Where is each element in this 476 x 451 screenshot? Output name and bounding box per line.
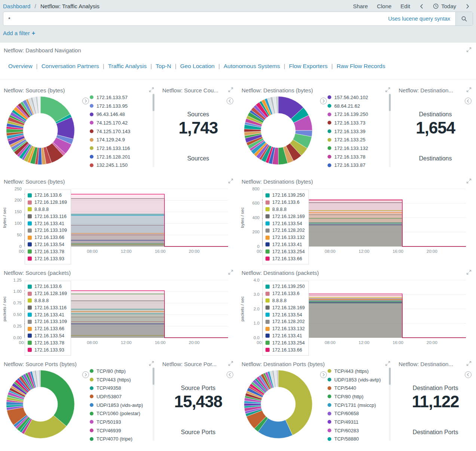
- donut-chart[interactable]: [242, 95, 314, 166]
- scrollbar-thumb[interactable]: [389, 94, 391, 111]
- legend-item[interactable]: 172.16.133.66: [265, 255, 305, 262]
- legend-item[interactable]: 74.125.170.42: [90, 119, 147, 127]
- expand-panel-icon[interactable]: [385, 87, 390, 94]
- legend-item[interactable]: TCP/60283: [328, 426, 384, 435]
- add-filter-plus-icon[interactable]: +: [32, 30, 35, 36]
- donut-chart[interactable]: [4, 368, 76, 440]
- legend-item[interactable]: 172.16.128.202: [265, 227, 305, 234]
- legend-toggle-button[interactable]: [82, 98, 89, 104]
- legend-item[interactable]: TCP/4070 (tripe): [90, 435, 147, 444]
- legend-item[interactable]: 172.16.133.54: [28, 332, 67, 340]
- scrollbar-thumb[interactable]: [153, 368, 154, 385]
- legend-item[interactable]: 172.16.133.116: [90, 144, 147, 153]
- search-input[interactable]: [3, 16, 388, 22]
- legend-item[interactable]: 172.16.133.39: [328, 127, 384, 136]
- legend-item[interactable]: TCP/80 (http): [328, 392, 384, 401]
- legend-item[interactable]: 172.16.133.116: [28, 213, 67, 220]
- donut-chart[interactable]: [4, 95, 76, 166]
- legend-item[interactable]: 172.16.139.250: [328, 110, 384, 119]
- legend-item[interactable]: TCP/1060 (polestar): [90, 409, 147, 418]
- expand-panel-icon[interactable]: [149, 361, 154, 368]
- add-filter-link[interactable]: Add a filter: [3, 30, 30, 36]
- legend-item[interactable]: 172.16.133.66: [28, 234, 67, 241]
- legend-item[interactable]: 172.16.133.41: [265, 332, 305, 340]
- legend-item[interactable]: 172.16.133.66: [28, 325, 67, 332]
- dashboard-nav-link[interactable]: Autonomous Systems: [224, 63, 280, 69]
- legend-item[interactable]: 172.16.133.78: [328, 153, 384, 161]
- legend-item[interactable]: 172.16.133.73: [328, 119, 384, 127]
- legend-item[interactable]: 172.16.133.116: [28, 304, 67, 311]
- legend-item[interactable]: TCP/58880: [328, 435, 384, 444]
- legend-item[interactable]: TCP/443 (https): [328, 367, 384, 375]
- expand-panel-icon[interactable]: [228, 270, 233, 276]
- dashboard-nav-link[interactable]: Geo Location: [180, 63, 215, 69]
- legend-toggle-button[interactable]: [227, 98, 233, 104]
- legend-item[interactable]: 172.16.133.254: [265, 339, 305, 346]
- legend-toggle-button[interactable]: [465, 371, 472, 378]
- legend-item[interactable]: 172.16.133.78: [28, 339, 67, 346]
- legend-item[interactable]: TCP/60658: [328, 409, 384, 418]
- legend-item[interactable]: 8.8.8.8: [265, 206, 305, 213]
- expand-panel-icon[interactable]: [466, 270, 472, 276]
- time-forward-button[interactable]: [465, 4, 470, 9]
- expand-panel-icon[interactable]: [228, 361, 233, 368]
- legend-item[interactable]: TCP/49358: [90, 384, 147, 392]
- legend-item[interactable]: TCP/443 (https): [90, 375, 147, 384]
- dashboard-nav-link[interactable]: Traffic Analysis: [108, 63, 147, 69]
- legend-item[interactable]: 172.16.133.57: [90, 93, 147, 102]
- expand-panel-icon[interactable]: [228, 87, 233, 94]
- legend-item[interactable]: 172.16.133.54: [265, 311, 305, 318]
- legend-toggle-button[interactable]: [227, 371, 233, 378]
- legend-item[interactable]: 172.16.133.109: [28, 227, 67, 234]
- legend-item[interactable]: 172.16.133.54: [265, 220, 305, 227]
- legend-item[interactable]: 172.16.128.169: [28, 290, 67, 297]
- legend-item[interactable]: 172.16.133.132: [328, 144, 384, 153]
- legend-item[interactable]: TCP/5440: [328, 384, 384, 392]
- legend-item[interactable]: 172.16.133.109: [28, 318, 67, 325]
- lucene-syntax-link[interactable]: Uses lucene query syntax: [388, 16, 455, 22]
- legend-scrollbar[interactable]: [153, 94, 154, 167]
- expand-panel-icon[interactable]: [466, 87, 472, 94]
- legend-item[interactable]: 172.16.133.41: [265, 241, 305, 248]
- edit-button[interactable]: Edit: [400, 3, 410, 9]
- legend-item[interactable]: 172.16.133.6: [265, 199, 305, 206]
- legend-item[interactable]: 172.16.128.169: [265, 213, 305, 220]
- time-picker[interactable]: Today: [433, 3, 456, 9]
- legend-item[interactable]: 172.16.128.169: [28, 199, 67, 206]
- legend-item[interactable]: TCP/1731 (msiccp): [328, 401, 384, 409]
- legend-scrollbar[interactable]: [389, 94, 391, 167]
- dashboard-nav-link[interactable]: Flow Exporters: [289, 63, 328, 69]
- expand-panel-icon[interactable]: [466, 361, 472, 368]
- expand-panel-icon[interactable]: [385, 361, 390, 368]
- legend-item[interactable]: 172.16.133.54: [28, 241, 67, 248]
- legend-item[interactable]: UDP/1853 (vids-avtp): [328, 375, 384, 384]
- legend-item[interactable]: 172.16.128.201: [90, 153, 147, 161]
- expand-panel-icon[interactable]: [466, 178, 472, 185]
- legend-scrollbar[interactable]: [389, 368, 391, 441]
- legend-item[interactable]: 8.8.8.8: [28, 206, 67, 213]
- legend-item[interactable]: 172.16.133.25: [328, 135, 384, 144]
- scrollbar-thumb[interactable]: [153, 94, 154, 111]
- legend-item[interactable]: 172.16.128.169: [265, 304, 305, 311]
- donut-chart[interactable]: [242, 368, 314, 440]
- share-button[interactable]: Share: [353, 3, 368, 9]
- legend-toggle-button[interactable]: [320, 371, 327, 378]
- legend-item[interactable]: 172.16.139.250: [265, 283, 305, 290]
- expand-panel-icon[interactable]: [228, 178, 233, 185]
- legend-toggle-button[interactable]: [320, 98, 327, 104]
- legend-item[interactable]: 172.16.133.132: [265, 325, 305, 332]
- dashboard-nav-link[interactable]: Raw Flow Records: [337, 63, 385, 69]
- legend-item[interactable]: 172.16.128.202: [265, 318, 305, 325]
- legend-item[interactable]: 8.8.8.8: [28, 297, 67, 304]
- legend-item[interactable]: 172.16.133.6: [28, 192, 67, 199]
- legend-toggle-button[interactable]: [465, 98, 472, 104]
- legend-item[interactable]: 172.16.133.93: [28, 255, 67, 262]
- dashboard-nav-link[interactable]: Top-N: [156, 63, 171, 69]
- legend-item[interactable]: 172.16.133.41: [28, 311, 67, 318]
- legend-item[interactable]: TCP/49311: [328, 418, 384, 426]
- legend-item[interactable]: 74.125.170.143: [90, 127, 147, 136]
- expand-panel-icon[interactable]: [466, 47, 472, 54]
- legend-item[interactable]: TCP/80 (http): [90, 367, 147, 375]
- legend-item[interactable]: 172.16.133.87: [328, 161, 384, 170]
- legend-toggle-button[interactable]: [82, 371, 89, 378]
